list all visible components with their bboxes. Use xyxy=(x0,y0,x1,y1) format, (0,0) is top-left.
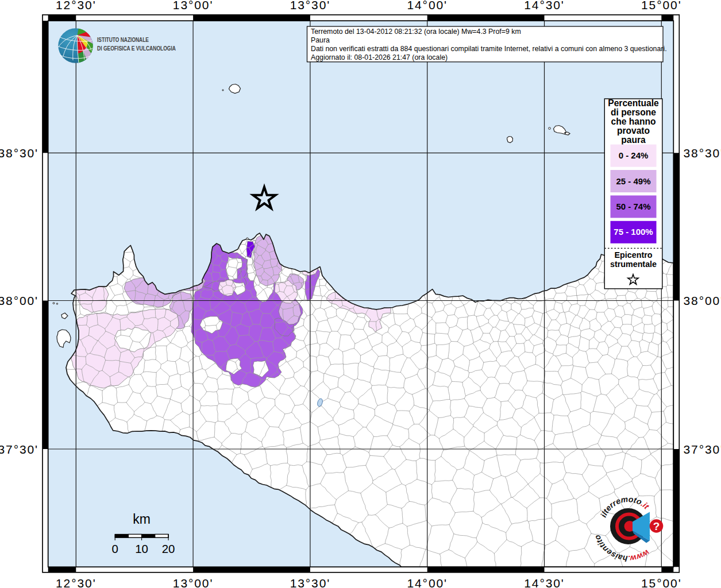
svg-text:20: 20 xyxy=(162,542,175,555)
svg-text:13°00': 13°00' xyxy=(173,0,214,11)
svg-text:37°30': 37°30' xyxy=(0,443,38,456)
svg-text:13°00': 13°00' xyxy=(173,577,214,588)
svg-text:12°30': 12°30' xyxy=(56,0,97,11)
svg-text:38°00': 38°00' xyxy=(684,294,721,307)
svg-text:Percentuale: Percentuale xyxy=(608,98,659,108)
svg-text:10: 10 xyxy=(135,542,148,555)
svg-text:0 - 24%: 0 - 24% xyxy=(619,150,649,160)
svg-text:?: ? xyxy=(653,520,660,532)
svg-text:75 - 100%: 75 - 100% xyxy=(614,227,653,237)
svg-text:13°30': 13°30' xyxy=(290,577,331,588)
svg-text:Dati non verificati estratti d: Dati non verificati estratti da 884 ques… xyxy=(311,45,667,53)
svg-text:15°00': 15°00' xyxy=(641,577,682,588)
svg-text:ISTITUTO NAZIONALE: ISTITUTO NAZIONALE xyxy=(97,36,149,43)
svg-text:Epicentro: Epicentro xyxy=(615,250,653,260)
svg-text:50 - 74%: 50 - 74% xyxy=(616,202,650,211)
svg-text:14°30': 14°30' xyxy=(524,577,565,588)
svg-text:38°00': 38°00' xyxy=(0,294,38,307)
svg-text:di persone: di persone xyxy=(611,107,656,117)
svg-text:che hanno: che hanno xyxy=(611,117,656,126)
svg-text:Terremoto del 13-04-2012 08:21: Terremoto del 13-04-2012 08:21:32 (ora l… xyxy=(311,28,521,36)
svg-text:14°00': 14°00' xyxy=(407,577,448,588)
svg-text:14°30': 14°30' xyxy=(524,0,565,11)
svg-text:38°30': 38°30' xyxy=(684,146,721,160)
svg-text:Aggiornato il: 08-01-2026 21:4: Aggiornato il: 08-01-2026 21:47 (ora loc… xyxy=(311,53,448,61)
svg-text:15°00': 15°00' xyxy=(641,0,682,11)
svg-text:paura: paura xyxy=(621,135,646,145)
svg-text:37°30': 37°30' xyxy=(684,443,721,456)
svg-text:38°30': 38°30' xyxy=(0,146,38,160)
svg-text:0: 0 xyxy=(111,542,118,555)
svg-text:strumentale: strumentale xyxy=(610,260,657,269)
svg-text:Paura: Paura xyxy=(311,36,330,44)
svg-text:DI GEOFISICA E VULCANOLOGIA: DI GEOFISICA E VULCANOLOGIA xyxy=(97,45,176,52)
svg-text:12°30': 12°30' xyxy=(56,577,97,588)
svg-text:13°30': 13°30' xyxy=(290,0,331,11)
svg-text:25 - 49%: 25 - 49% xyxy=(616,176,650,186)
svg-text:km: km xyxy=(133,512,151,527)
svg-text:14°00': 14°00' xyxy=(407,0,448,11)
svg-text:provato: provato xyxy=(617,126,650,136)
